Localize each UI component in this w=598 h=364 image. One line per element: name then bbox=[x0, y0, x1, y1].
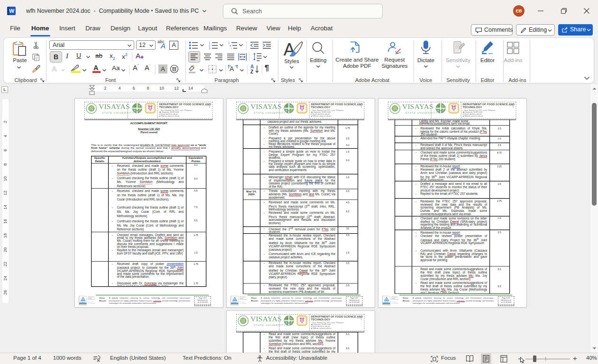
svg-text:i: i bbox=[231, 47, 231, 50]
svg-text:3: 3 bbox=[209, 47, 210, 50]
svg-text:Z: Z bbox=[250, 69, 253, 74]
svg-text:W: W bbox=[9, 8, 14, 14]
svg-text:A: A bbox=[250, 64, 254, 69]
